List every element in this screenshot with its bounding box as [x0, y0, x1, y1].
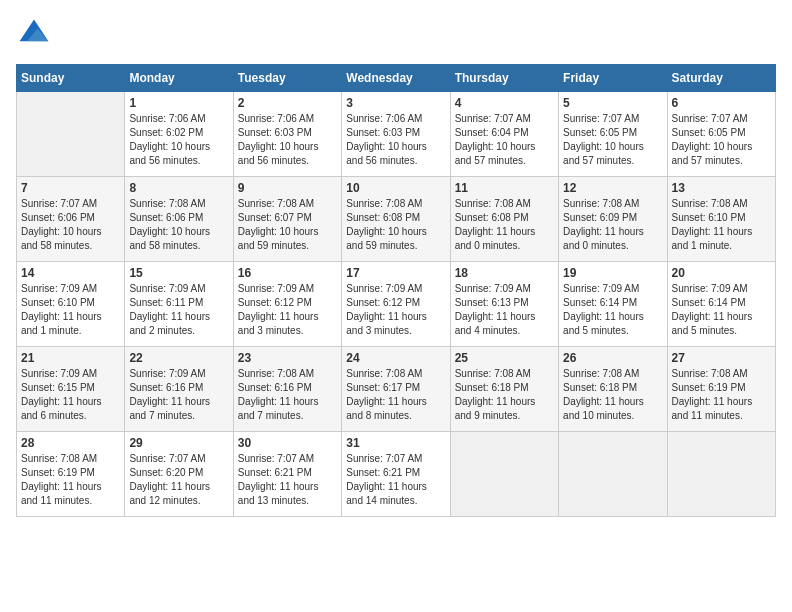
calendar-cell: 28Sunrise: 7:08 AM Sunset: 6:19 PM Dayli… — [17, 432, 125, 517]
calendar-table: SundayMondayTuesdayWednesdayThursdayFrid… — [16, 64, 776, 517]
day-info: Sunrise: 7:08 AM Sunset: 6:18 PM Dayligh… — [455, 367, 554, 423]
calendar-cell: 16Sunrise: 7:09 AM Sunset: 6:12 PM Dayli… — [233, 262, 341, 347]
day-number: 2 — [238, 96, 337, 110]
day-info: Sunrise: 7:09 AM Sunset: 6:11 PM Dayligh… — [129, 282, 228, 338]
day-info: Sunrise: 7:08 AM Sunset: 6:08 PM Dayligh… — [346, 197, 445, 253]
day-number: 17 — [346, 266, 445, 280]
day-info: Sunrise: 7:09 AM Sunset: 6:15 PM Dayligh… — [21, 367, 120, 423]
day-number: 20 — [672, 266, 771, 280]
day-info: Sunrise: 7:08 AM Sunset: 6:17 PM Dayligh… — [346, 367, 445, 423]
calendar-cell: 7Sunrise: 7:07 AM Sunset: 6:06 PM Daylig… — [17, 177, 125, 262]
day-info: Sunrise: 7:08 AM Sunset: 6:19 PM Dayligh… — [21, 452, 120, 508]
day-info: Sunrise: 7:07 AM Sunset: 6:05 PM Dayligh… — [672, 112, 771, 168]
day-number: 25 — [455, 351, 554, 365]
header-day-thursday: Thursday — [450, 65, 558, 92]
day-info: Sunrise: 7:08 AM Sunset: 6:19 PM Dayligh… — [672, 367, 771, 423]
header-row: SundayMondayTuesdayWednesdayThursdayFrid… — [17, 65, 776, 92]
page-header — [16, 16, 776, 52]
day-number: 29 — [129, 436, 228, 450]
calendar-header: SundayMondayTuesdayWednesdayThursdayFrid… — [17, 65, 776, 92]
calendar-cell: 2Sunrise: 7:06 AM Sunset: 6:03 PM Daylig… — [233, 92, 341, 177]
calendar-cell: 18Sunrise: 7:09 AM Sunset: 6:13 PM Dayli… — [450, 262, 558, 347]
day-number: 31 — [346, 436, 445, 450]
day-info: Sunrise: 7:08 AM Sunset: 6:08 PM Dayligh… — [455, 197, 554, 253]
day-number: 26 — [563, 351, 662, 365]
calendar-cell: 10Sunrise: 7:08 AM Sunset: 6:08 PM Dayli… — [342, 177, 450, 262]
calendar-cell: 24Sunrise: 7:08 AM Sunset: 6:17 PM Dayli… — [342, 347, 450, 432]
day-number: 13 — [672, 181, 771, 195]
day-number: 28 — [21, 436, 120, 450]
day-number: 15 — [129, 266, 228, 280]
day-number: 11 — [455, 181, 554, 195]
header-day-saturday: Saturday — [667, 65, 775, 92]
day-info: Sunrise: 7:08 AM Sunset: 6:07 PM Dayligh… — [238, 197, 337, 253]
header-day-wednesday: Wednesday — [342, 65, 450, 92]
calendar-cell: 30Sunrise: 7:07 AM Sunset: 6:21 PM Dayli… — [233, 432, 341, 517]
day-number: 12 — [563, 181, 662, 195]
calendar-cell: 5Sunrise: 7:07 AM Sunset: 6:05 PM Daylig… — [559, 92, 667, 177]
calendar-cell — [17, 92, 125, 177]
day-info: Sunrise: 7:06 AM Sunset: 6:03 PM Dayligh… — [346, 112, 445, 168]
header-day-friday: Friday — [559, 65, 667, 92]
day-number: 1 — [129, 96, 228, 110]
day-info: Sunrise: 7:08 AM Sunset: 6:09 PM Dayligh… — [563, 197, 662, 253]
day-number: 9 — [238, 181, 337, 195]
day-info: Sunrise: 7:07 AM Sunset: 6:06 PM Dayligh… — [21, 197, 120, 253]
day-number: 22 — [129, 351, 228, 365]
header-day-monday: Monday — [125, 65, 233, 92]
calendar-cell: 6Sunrise: 7:07 AM Sunset: 6:05 PM Daylig… — [667, 92, 775, 177]
day-info: Sunrise: 7:09 AM Sunset: 6:14 PM Dayligh… — [563, 282, 662, 338]
day-info: Sunrise: 7:09 AM Sunset: 6:16 PM Dayligh… — [129, 367, 228, 423]
day-number: 24 — [346, 351, 445, 365]
calendar-cell — [667, 432, 775, 517]
calendar-cell: 8Sunrise: 7:08 AM Sunset: 6:06 PM Daylig… — [125, 177, 233, 262]
calendar-cell — [559, 432, 667, 517]
calendar-cell: 13Sunrise: 7:08 AM Sunset: 6:10 PM Dayli… — [667, 177, 775, 262]
calendar-cell: 3Sunrise: 7:06 AM Sunset: 6:03 PM Daylig… — [342, 92, 450, 177]
logo — [16, 16, 56, 52]
calendar-cell: 19Sunrise: 7:09 AM Sunset: 6:14 PM Dayli… — [559, 262, 667, 347]
day-number: 4 — [455, 96, 554, 110]
calendar-cell: 27Sunrise: 7:08 AM Sunset: 6:19 PM Dayli… — [667, 347, 775, 432]
day-number: 19 — [563, 266, 662, 280]
day-info: Sunrise: 7:07 AM Sunset: 6:04 PM Dayligh… — [455, 112, 554, 168]
calendar-week-4: 21Sunrise: 7:09 AM Sunset: 6:15 PM Dayli… — [17, 347, 776, 432]
day-number: 7 — [21, 181, 120, 195]
day-number: 30 — [238, 436, 337, 450]
day-info: Sunrise: 7:09 AM Sunset: 6:10 PM Dayligh… — [21, 282, 120, 338]
logo-icon — [16, 16, 52, 52]
day-number: 8 — [129, 181, 228, 195]
day-info: Sunrise: 7:08 AM Sunset: 6:06 PM Dayligh… — [129, 197, 228, 253]
day-info: Sunrise: 7:07 AM Sunset: 6:20 PM Dayligh… — [129, 452, 228, 508]
day-info: Sunrise: 7:07 AM Sunset: 6:21 PM Dayligh… — [346, 452, 445, 508]
calendar-cell: 20Sunrise: 7:09 AM Sunset: 6:14 PM Dayli… — [667, 262, 775, 347]
day-info: Sunrise: 7:07 AM Sunset: 6:21 PM Dayligh… — [238, 452, 337, 508]
day-number: 3 — [346, 96, 445, 110]
day-info: Sunrise: 7:09 AM Sunset: 6:14 PM Dayligh… — [672, 282, 771, 338]
day-info: Sunrise: 7:08 AM Sunset: 6:18 PM Dayligh… — [563, 367, 662, 423]
header-day-tuesday: Tuesday — [233, 65, 341, 92]
calendar-cell: 17Sunrise: 7:09 AM Sunset: 6:12 PM Dayli… — [342, 262, 450, 347]
calendar-cell: 26Sunrise: 7:08 AM Sunset: 6:18 PM Dayli… — [559, 347, 667, 432]
calendar-cell: 1Sunrise: 7:06 AM Sunset: 6:02 PM Daylig… — [125, 92, 233, 177]
calendar-cell: 15Sunrise: 7:09 AM Sunset: 6:11 PM Dayli… — [125, 262, 233, 347]
day-info: Sunrise: 7:09 AM Sunset: 6:12 PM Dayligh… — [238, 282, 337, 338]
day-info: Sunrise: 7:06 AM Sunset: 6:02 PM Dayligh… — [129, 112, 228, 168]
calendar-week-3: 14Sunrise: 7:09 AM Sunset: 6:10 PM Dayli… — [17, 262, 776, 347]
calendar-week-1: 1Sunrise: 7:06 AM Sunset: 6:02 PM Daylig… — [17, 92, 776, 177]
day-number: 5 — [563, 96, 662, 110]
day-number: 16 — [238, 266, 337, 280]
calendar-cell: 22Sunrise: 7:09 AM Sunset: 6:16 PM Dayli… — [125, 347, 233, 432]
calendar-cell: 29Sunrise: 7:07 AM Sunset: 6:20 PM Dayli… — [125, 432, 233, 517]
day-number: 23 — [238, 351, 337, 365]
day-info: Sunrise: 7:06 AM Sunset: 6:03 PM Dayligh… — [238, 112, 337, 168]
day-number: 14 — [21, 266, 120, 280]
calendar-cell: 4Sunrise: 7:07 AM Sunset: 6:04 PM Daylig… — [450, 92, 558, 177]
calendar-body: 1Sunrise: 7:06 AM Sunset: 6:02 PM Daylig… — [17, 92, 776, 517]
calendar-week-2: 7Sunrise: 7:07 AM Sunset: 6:06 PM Daylig… — [17, 177, 776, 262]
calendar-cell: 14Sunrise: 7:09 AM Sunset: 6:10 PM Dayli… — [17, 262, 125, 347]
day-number: 10 — [346, 181, 445, 195]
day-number: 21 — [21, 351, 120, 365]
day-info: Sunrise: 7:08 AM Sunset: 6:10 PM Dayligh… — [672, 197, 771, 253]
day-info: Sunrise: 7:08 AM Sunset: 6:16 PM Dayligh… — [238, 367, 337, 423]
